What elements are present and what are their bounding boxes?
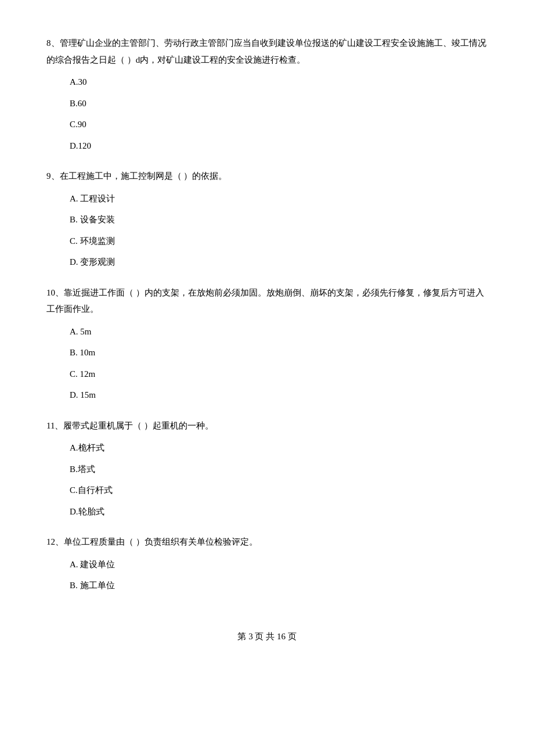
- question-12-text: 12、单位工程质量由（ ）负责组织有关单位检验评定。: [46, 534, 488, 550]
- question-8-text: 8、管理矿山企业的主管部门、劳动行政主管部门应当自收到建设单位报送的矿山建设工程…: [46, 35, 488, 68]
- question-8-option-d: D.120: [70, 138, 488, 154]
- question-10-text: 10、靠近掘进工作面（ ）内的支架，在放炮前必须加固。放炮崩倒、崩坏的支架，必须…: [46, 285, 488, 318]
- question-9-text: 9、在工程施工中，施工控制网是（ ）的依据。: [46, 168, 488, 185]
- page-number: 第 3 页 共 16 页: [237, 632, 296, 641]
- question-9: 9、在工程施工中，施工控制网是（ ）的依据。 A. 工程设计 B. 设备安装 C…: [46, 168, 488, 271]
- question-9-option-a: A. 工程设计: [70, 190, 488, 207]
- question-9-options: A. 工程设计 B. 设备安装 C. 环境监测 D. 变形观测: [70, 190, 488, 271]
- question-9-option-d: D. 变形观测: [70, 254, 488, 271]
- question-12-options: A. 建设单位 B. 施工单位: [70, 556, 488, 594]
- question-8-option-c: C.90: [70, 116, 488, 133]
- question-11: 11、履带式起重机属于（ ）起重机的一种。 A.桅杆式 B.塔式 C.自行杆式 …: [46, 417, 488, 520]
- page-content: 8、管理矿山企业的主管部门、劳动行政主管部门应当自收到建设单位报送的矿山建设工程…: [46, 35, 488, 645]
- question-11-options: A.桅杆式 B.塔式 C.自行杆式 D.轮胎式: [70, 440, 488, 520]
- question-11-option-c: C.自行杆式: [70, 482, 488, 499]
- question-10: 10、靠近掘进工作面（ ）内的支架，在放炮前必须加固。放炮崩倒、崩坏的支架，必须…: [46, 285, 488, 404]
- question-9-option-c: C. 环境监测: [70, 233, 488, 250]
- question-11-option-d: D.轮胎式: [70, 503, 488, 520]
- question-11-option-a: A.桅杆式: [70, 440, 488, 456]
- question-12-option-a: A. 建设单位: [70, 556, 488, 573]
- question-10-option-d: D. 15m: [70, 387, 488, 404]
- question-10-option-c: C. 12m: [70, 366, 488, 383]
- question-12: 12、单位工程质量由（ ）负责组织有关单位检验评定。 A. 建设单位 B. 施工…: [46, 534, 488, 594]
- question-11-text: 11、履带式起重机属于（ ）起重机的一种。: [46, 417, 488, 434]
- question-10-option-a: A. 5m: [70, 323, 488, 340]
- question-9-option-b: B. 设备安装: [70, 211, 488, 228]
- page-footer: 第 3 页 共 16 页: [46, 629, 488, 645]
- question-8-options: A.30 B.60 C.90 D.120: [70, 74, 488, 154]
- question-8-option-a: A.30: [70, 74, 488, 91]
- question-11-option-b: B.塔式: [70, 461, 488, 478]
- question-12-option-b: B. 施工单位: [70, 577, 488, 594]
- question-10-option-b: B. 10m: [70, 344, 488, 361]
- question-8-option-b: B.60: [70, 95, 488, 112]
- question-8: 8、管理矿山企业的主管部门、劳动行政主管部门应当自收到建设单位报送的矿山建设工程…: [46, 35, 488, 154]
- question-10-options: A. 5m B. 10m C. 12m D. 15m: [70, 323, 488, 404]
